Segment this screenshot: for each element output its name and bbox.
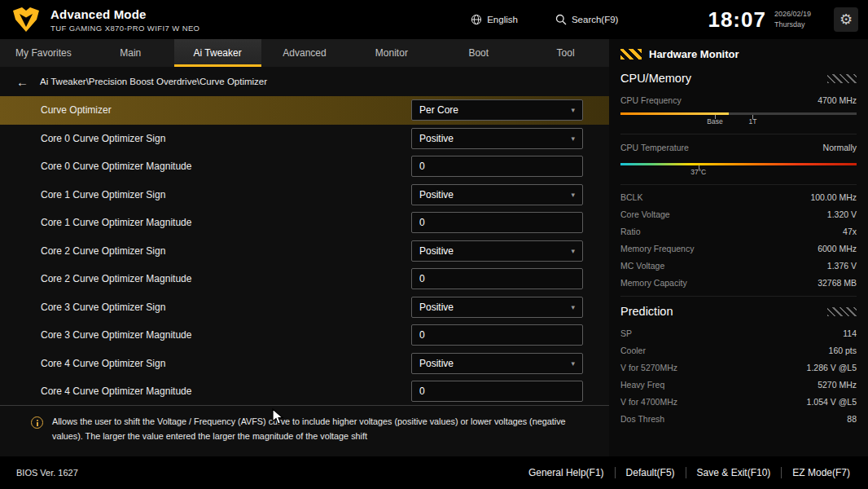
- core-1-magnitude-input[interactable]: [411, 212, 583, 233]
- search-button[interactable]: Search(F9): [555, 14, 619, 25]
- search-icon: [555, 14, 567, 25]
- tuf-logo: [11, 7, 41, 32]
- cpu-temperature-value: Normally: [823, 143, 857, 152]
- cpu-frequency-block: CPU Frequency 4700 MHz Base 1T: [620, 91, 857, 134]
- core-0-magnitude-input[interactable]: [411, 156, 583, 177]
- clock-time: 18:07: [708, 7, 766, 33]
- hazard-stripes-icon: [620, 49, 642, 59]
- chevron-down-icon: [571, 106, 575, 114]
- general-help-button[interactable]: General Help(F1): [528, 467, 604, 478]
- select-value: Per Core: [419, 104, 458, 116]
- ez-mode-button[interactable]: EZ Mode(F7): [781, 467, 850, 478]
- core-3-sign-select[interactable]: Positive: [411, 297, 583, 318]
- tab-ai-tweaker[interactable]: Ai Tweaker: [174, 39, 261, 67]
- row-label: Core Voltage: [620, 209, 670, 219]
- topbar-right: English Search(F9) 18:07 2026/02/19 Thur…: [471, 7, 858, 33]
- prediction-row-dos-thresh: Dos Thresh 88: [620, 410, 857, 427]
- info-icon: [31, 416, 43, 429]
- setting-label: Core 4 Curve Optimizer Sign: [0, 358, 165, 369]
- row-value: 114: [843, 328, 857, 338]
- row-label: Ratio: [620, 227, 641, 236]
- cpu-temperature-bar: [620, 163, 857, 165]
- prediction-title: Prediction: [620, 305, 673, 318]
- tab-my-favorites[interactable]: My Favorites: [0, 39, 87, 67]
- cpu-memory-rows: BCLK 100.00 MHz Core Voltage 1.320 V Rat…: [620, 185, 857, 297]
- setting-row-core0-magnitude[interactable]: Core 0 Curve Optimizer Magnitude: [0, 152, 609, 181]
- tab-tool[interactable]: Tool: [522, 39, 609, 67]
- row-label: Heavy Freq: [620, 380, 664, 390]
- footer-bar: BIOS Ver. 1627 General Help(F1) Default(…: [0, 456, 868, 489]
- default-button[interactable]: Default(F5): [615, 467, 675, 478]
- board-name: TUF GAMING X870-PRO WIFI7 W NEO: [50, 24, 199, 33]
- cpu-memory-section-title: CPU/Memory: [620, 72, 857, 85]
- core-1-sign-select[interactable]: Positive: [411, 184, 583, 205]
- row-label: Dos Thresh: [620, 414, 664, 424]
- language-selector[interactable]: English: [471, 14, 518, 25]
- setting-row-core3-sign[interactable]: Core 3 Curve Optimizer Sign Positive: [0, 293, 609, 322]
- cpu-memory-title: CPU/Memory: [620, 72, 691, 85]
- footer-actions: General Help(F1) Default(F5) Save & Exit…: [528, 467, 850, 478]
- breadcrumb: Ai Tweaker\Precision Boost Overdrive\Cur…: [40, 77, 267, 86]
- hardware-monitor-header: Hardware Monitor: [620, 39, 857, 68]
- row-value: 100.00 MHz: [810, 192, 857, 202]
- setting-label: Core 1 Curve Optimizer Magnitude: [0, 217, 191, 228]
- tab-advanced[interactable]: Advanced: [261, 39, 349, 67]
- core-4-sign-select[interactable]: Positive: [411, 353, 583, 374]
- monitor-row-core-voltage: Core Voltage 1.320 V: [620, 205, 857, 222]
- select-value: Positive: [419, 133, 454, 144]
- tab-monitor[interactable]: Monitor: [348, 39, 435, 67]
- chevron-down-icon: [571, 359, 575, 368]
- row-value: 1.320 V: [827, 209, 857, 219]
- setting-row-core2-sign[interactable]: Core 2 Curve Optimizer Sign Positive: [0, 237, 609, 266]
- core-3-magnitude-input[interactable]: [411, 324, 583, 346]
- core-4-magnitude-input[interactable]: [411, 381, 583, 402]
- core-2-sign-select[interactable]: Positive: [411, 240, 583, 262]
- row-value: 5270 MHz: [818, 380, 857, 390]
- setting-row-core1-sign[interactable]: Core 1 Curve Optimizer Sign Positive: [0, 181, 609, 209]
- core-2-magnitude-input[interactable]: [411, 268, 583, 289]
- save-exit-button[interactable]: Save & Exit(F10): [686, 467, 771, 478]
- language-label: English: [487, 15, 518, 24]
- select-value: Positive: [419, 189, 454, 200]
- mode-title: Advanced Mode: [50, 7, 199, 21]
- core-0-sign-select[interactable]: Positive: [411, 128, 583, 149]
- row-label: V for 5270MHz: [620, 363, 677, 372]
- row-label: SP: [620, 328, 632, 338]
- setting-row-core4-magnitude[interactable]: Core 4 Curve Optimizer Magnitude: [0, 377, 609, 405]
- search-label: Search(F9): [572, 15, 619, 24]
- cpu-temperature-block: CPU Temperature Normally 37°C: [620, 134, 857, 185]
- help-text: Allows the user to shift the Voltage / F…: [52, 415, 573, 456]
- select-value: Positive: [419, 358, 454, 369]
- setting-row-core3-magnitude[interactable]: Core 3 Curve Optimizer Magnitude: [0, 321, 609, 350]
- monitor-row-bclk: BCLK 100.00 MHz: [620, 188, 857, 205]
- gear-icon[interactable]: [834, 7, 858, 32]
- tab-boot[interactable]: Boot: [435, 39, 522, 67]
- row-value: 1.286 V @L5: [807, 363, 857, 372]
- setting-row-core4-sign[interactable]: Core 4 Curve Optimizer Sign Positive: [0, 350, 609, 378]
- settings-panel: My Favorites Main Ai Tweaker Advanced Mo…: [0, 39, 609, 456]
- cpu-frequency-markers: Base 1T: [620, 117, 857, 129]
- prediction-row-v-5270: V for 5270MHz 1.286 V @L5: [620, 359, 857, 376]
- topbar: Advanced Mode TUF GAMING X870-PRO WIFI7 …: [0, 0, 868, 39]
- cpu-frequency-label: CPU Frequency: [620, 95, 682, 105]
- setting-row-core0-sign[interactable]: Core 0 Curve Optimizer Sign Positive: [0, 125, 609, 153]
- monitor-row-mc-voltage: MC Voltage 1.376 V: [620, 257, 857, 274]
- setting-row-curve-optimizer[interactable]: Curve Optimizer Per Core: [0, 96, 609, 125]
- curve-optimizer-select[interactable]: Per Core: [411, 99, 583, 121]
- tab-main[interactable]: Main: [87, 39, 174, 67]
- setting-label: Core 0 Curve Optimizer Sign: [0, 133, 165, 144]
- hardware-monitor-panel: Hardware Monitor CPU/Memory CPU Frequenc…: [609, 39, 868, 456]
- setting-row-core1-magnitude[interactable]: Core 1 Curve Optimizer Magnitude: [0, 209, 609, 237]
- help-area: Allows the user to shift the Voltage / F…: [0, 405, 609, 456]
- clock-date: 2026/02/19 Thursday: [774, 9, 811, 30]
- date-value: 2026/02/19: [774, 9, 811, 20]
- row-label: BCLK: [620, 192, 642, 202]
- setting-row-core2-magnitude[interactable]: Core 2 Curve Optimizer Magnitude: [0, 265, 609, 293]
- bios-version: BIOS Ver. 1627: [16, 468, 78, 478]
- prediction-row-sp: SP 114: [620, 324, 857, 341]
- row-label: Memory Capacity: [620, 278, 687, 288]
- brand-text: Advanced Mode TUF GAMING X870-PRO WIFI7 …: [50, 7, 199, 33]
- back-arrow-icon[interactable]: [16, 75, 28, 89]
- setting-label: Core 0 Curve Optimizer Magnitude: [0, 161, 191, 172]
- setting-label: Core 2 Curve Optimizer Magnitude: [0, 273, 191, 284]
